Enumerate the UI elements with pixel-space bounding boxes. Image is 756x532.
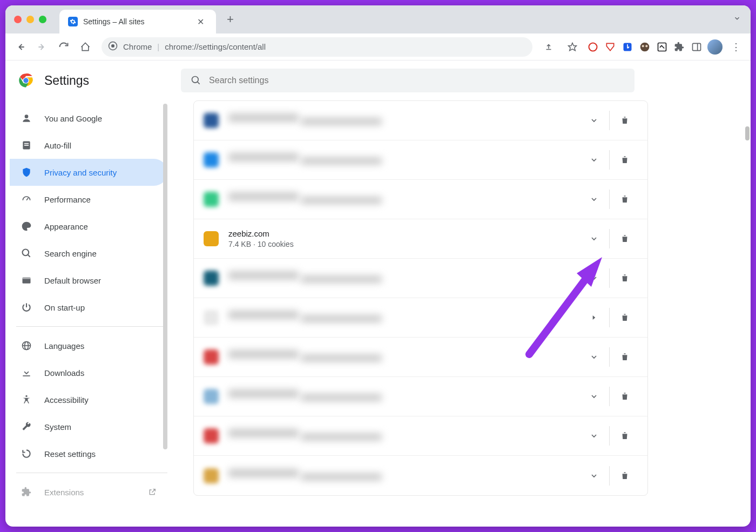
svg-point-30 xyxy=(25,395,27,397)
sidebar-item-label: Appearance xyxy=(44,222,88,231)
delete-button[interactable] xyxy=(612,305,638,331)
expand-button[interactable] xyxy=(581,265,607,291)
sidepanel-button[interactable] xyxy=(690,41,703,53)
share-button[interactable] xyxy=(539,37,558,57)
extension-icon-1[interactable] xyxy=(586,41,599,53)
delete-button[interactable] xyxy=(612,147,638,173)
site-row[interactable] xyxy=(194,140,647,180)
sidebar-item-reset[interactable]: Reset settings xyxy=(10,440,167,467)
search-icon xyxy=(21,247,32,259)
site-row[interactable] xyxy=(194,180,647,219)
expand-button[interactable] xyxy=(581,147,607,173)
site-row[interactable] xyxy=(194,259,647,298)
site-row[interactable] xyxy=(194,456,647,495)
search-input[interactable] xyxy=(209,76,625,85)
expand-button[interactable] xyxy=(581,107,607,133)
site-favicon xyxy=(204,468,219,483)
delete-button[interactable] xyxy=(612,226,638,252)
sidebar-item-performance[interactable]: Performance xyxy=(10,186,167,213)
download-icon xyxy=(21,367,32,379)
search-settings-box[interactable] xyxy=(181,69,634,92)
site-info xyxy=(228,429,581,443)
site-row[interactable] xyxy=(194,101,647,140)
site-row[interactable] xyxy=(194,416,647,456)
action-divider xyxy=(609,347,610,367)
delete-button[interactable] xyxy=(612,265,638,291)
delete-button[interactable] xyxy=(612,186,638,212)
address-bar[interactable]: Chrome | chrome://settings/content/all xyxy=(102,37,532,57)
close-window-button[interactable] xyxy=(14,16,22,23)
new-tab-button[interactable]: + xyxy=(222,12,238,26)
site-row[interactable] xyxy=(194,298,647,338)
sidebar-item-languages[interactable]: Languages xyxy=(10,332,167,359)
browser-toolbar: Chrome | chrome://settings/content/all ⋮ xyxy=(5,33,751,60)
delete-button[interactable] xyxy=(612,423,638,449)
content-scrollbar[interactable] xyxy=(745,126,750,140)
sidebar-scrollbar[interactable] xyxy=(163,104,167,449)
profile-avatar[interactable] xyxy=(707,39,723,55)
bookmark-button[interactable] xyxy=(563,37,582,57)
site-info: zeebiz.com 7.4 KB · 10 cookies xyxy=(228,229,581,248)
site-name xyxy=(228,389,299,398)
minimize-window-button[interactable] xyxy=(26,16,34,23)
site-favicon xyxy=(204,389,219,404)
svg-line-22 xyxy=(26,198,28,200)
kebab-menu-button[interactable]: ⋮ xyxy=(727,42,745,52)
site-favicon xyxy=(204,192,219,207)
browser-tab[interactable]: Settings – All sites ✕ xyxy=(59,10,216,33)
delete-button[interactable] xyxy=(612,107,638,133)
svg-point-7 xyxy=(640,42,650,51)
svg-point-15 xyxy=(23,78,28,83)
close-tab-button[interactable]: ✕ xyxy=(194,16,207,28)
extension-icon-3[interactable] xyxy=(621,41,634,53)
reload-button[interactable] xyxy=(54,37,73,57)
svg-rect-11 xyxy=(693,43,701,50)
sidebar-item-startup[interactable]: On start-up xyxy=(10,294,167,321)
site-info xyxy=(228,311,581,325)
expand-button[interactable] xyxy=(581,383,607,409)
site-row[interactable] xyxy=(194,377,647,416)
sidebar-item-system[interactable]: System xyxy=(10,413,167,440)
expand-button[interactable] xyxy=(581,423,607,449)
tabs-dropdown-button[interactable] xyxy=(733,15,741,24)
extension-icon-5[interactable] xyxy=(656,41,669,53)
site-row[interactable] xyxy=(194,338,647,377)
forward-button[interactable] xyxy=(32,37,52,57)
back-button[interactable] xyxy=(11,37,30,57)
site-meta xyxy=(301,394,382,401)
maximize-window-button[interactable] xyxy=(39,16,46,23)
extensions-button[interactable] xyxy=(673,41,686,53)
address-text: Chrome | chrome://settings/content/all xyxy=(123,42,266,51)
expand-button[interactable] xyxy=(581,463,607,489)
site-meta xyxy=(301,275,382,283)
site-name xyxy=(228,113,299,122)
sidebar-item-accessibility[interactable]: Accessibility xyxy=(10,386,167,413)
action-divider xyxy=(609,229,610,248)
site-row[interactable]: zeebiz.com 7.4 KB · 10 cookies xyxy=(194,219,647,259)
extension-icon-2[interactable] xyxy=(604,41,617,53)
sidebar-item-search-engine[interactable]: Search engine xyxy=(10,240,167,267)
delete-button[interactable] xyxy=(612,383,638,409)
home-button[interactable] xyxy=(76,37,95,57)
extension-icon-4[interactable] xyxy=(638,41,651,53)
search-icon xyxy=(191,75,201,86)
sidebar-item-you-and-google[interactable]: You and Google xyxy=(10,105,167,132)
site-name xyxy=(228,153,299,161)
sidebar-item-downloads[interactable]: Downloads xyxy=(10,359,167,386)
sidebar-item-appearance[interactable]: Appearance xyxy=(10,213,167,240)
expand-button[interactable] xyxy=(581,344,607,370)
browser-icon xyxy=(21,274,32,286)
expand-button[interactable] xyxy=(581,186,607,212)
expand-button[interactable] xyxy=(581,305,607,331)
window-controls xyxy=(14,16,46,23)
sidebar-item-privacy[interactable]: Privacy and security xyxy=(10,159,167,186)
site-info-icon[interactable] xyxy=(108,41,118,53)
sidebar-item-label: Languages xyxy=(44,341,84,351)
sidebar-item-autofill[interactable]: Auto-fill xyxy=(10,132,167,159)
delete-button[interactable] xyxy=(612,463,638,489)
sidebar-item-default-browser[interactable]: Default browser xyxy=(10,267,167,294)
svg-rect-21 xyxy=(24,145,29,146)
delete-button[interactable] xyxy=(612,344,638,370)
sidebar-item-extensions[interactable]: Extensions xyxy=(10,479,167,506)
expand-button[interactable] xyxy=(581,226,607,252)
